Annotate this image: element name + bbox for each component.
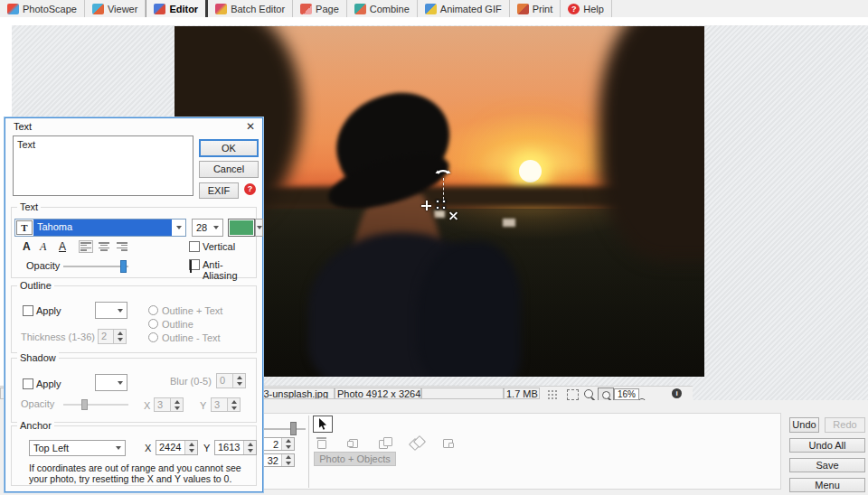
align-center-button[interactable] — [97, 240, 111, 253]
shadow-opacity-slider-handle[interactable] — [81, 399, 88, 410]
vertical-checkbox[interactable] — [189, 241, 200, 252]
duplicate-object-tool-icon[interactable] — [379, 437, 391, 448]
anchor-y-spinner[interactable]: 1613 — [214, 440, 257, 455]
outline-group: Outline Apply Outline + Text Outline Out… — [11, 285, 257, 353]
undo-button[interactable]: Undo — [789, 417, 819, 433]
align-right-button[interactable] — [115, 240, 129, 253]
outline-minus-text-radio[interactable] — [148, 332, 158, 342]
tab-label: Viewer — [108, 4, 137, 14]
font-color-dropdown-icon[interactable] — [255, 219, 263, 237]
bold-button[interactable]: A — [23, 240, 31, 253]
close-icon[interactable]: ✕ — [246, 120, 255, 133]
spin-down-icon[interactable] — [282, 461, 294, 467]
spin-up-icon[interactable] — [244, 441, 256, 448]
align-left-button[interactable] — [79, 240, 93, 253]
hidden-slider-handle[interactable] — [290, 422, 297, 435]
radio-label: Outline — [162, 319, 193, 330]
save-button[interactable]: Save — [789, 458, 865, 472]
shadow-x-spinner[interactable]: 3 — [154, 397, 184, 412]
outline-apply-checkbox[interactable] — [23, 305, 33, 316]
antialiasing-checkbox[interactable] — [189, 259, 200, 270]
spin-up-icon[interactable] — [171, 398, 183, 405]
font-icon: T — [16, 220, 33, 235]
anchor-position-dropdown[interactable]: Top Left — [29, 440, 126, 456]
delete-object-tool-icon[interactable] — [316, 437, 327, 448]
tab-photoscape[interactable]: PhotoScape — [0, 0, 85, 17]
anchor-x-spinner[interactable]: 2424 — [156, 440, 198, 455]
font-size-dropdown[interactable]: 28 — [192, 219, 223, 237]
tab-animated-gif[interactable]: Animated GIF — [418, 0, 510, 17]
flatten-object-tool-icon[interactable] — [441, 437, 453, 448]
tab-viewer[interactable]: Viewer — [85, 0, 146, 17]
paste-object-tool-icon[interactable] — [347, 437, 359, 448]
tab-label: Page — [316, 4, 339, 14]
spin-up-icon[interactable] — [185, 441, 197, 448]
tab-editor[interactable]: Editor — [146, 0, 208, 17]
spin-up-icon[interactable] — [114, 330, 126, 337]
spin-up-icon[interactable] — [228, 398, 240, 405]
redo-button[interactable]: Redo — [825, 417, 865, 433]
anchor-y-label: Y — [203, 443, 210, 453]
transparency-pattern-icon[interactable] — [547, 389, 558, 400]
opacity-slider[interactable] — [63, 266, 128, 267]
select-tool-button[interactable] — [313, 416, 333, 433]
spin-up-icon[interactable] — [233, 374, 245, 381]
outline-plus-text-radio[interactable] — [148, 305, 158, 315]
underline-button[interactable]: A — [59, 240, 66, 253]
group-objects-tool-icon[interactable] — [410, 437, 422, 448]
text-dialog: Text ✕ Text OK Cancel EXIF ? Text T Taho… — [5, 117, 263, 492]
spin-down-icon[interactable] — [228, 405, 240, 411]
group-label: Outline — [17, 280, 54, 291]
text-input[interactable]: Text — [13, 135, 193, 196]
menu-button[interactable]: Menu — [789, 478, 865, 492]
outline-color-dropdown[interactable] — [95, 302, 127, 319]
undo-all-button[interactable]: Undo All — [789, 438, 865, 453]
spin-down-icon[interactable] — [171, 405, 183, 411]
blur-spinner[interactable]: 0 — [216, 373, 246, 388]
cancel-button[interactable]: Cancel — [199, 161, 259, 178]
vertical-label: Vertical — [203, 241, 235, 252]
spin-down-icon[interactable] — [244, 448, 256, 455]
opacity-label: Opacity — [26, 260, 60, 271]
spinner-value: 3 — [155, 398, 170, 411]
shadow-y-spinner[interactable]: 3 — [211, 397, 241, 412]
info-icon[interactable]: i — [672, 388, 682, 398]
tab-help[interactable]: ?Help — [561, 0, 612, 17]
shadow-apply-checkbox[interactable] — [23, 378, 33, 389]
font-family-dropdown[interactable]: T Tahoma — [14, 219, 186, 237]
photo-objects-button[interactable]: Photo + Objects — [314, 452, 396, 466]
opacity-slider-handle[interactable] — [120, 260, 127, 273]
ok-button[interactable]: OK — [199, 139, 259, 157]
tab-batch-editor[interactable]: Batch Editor — [208, 0, 293, 17]
actual-size-icon[interactable] — [584, 389, 593, 398]
spin-down-icon[interactable] — [282, 444, 294, 451]
font-color-swatch[interactable] — [228, 219, 255, 237]
photo-house — [434, 210, 445, 218]
help-icon[interactable]: ? — [244, 183, 256, 195]
anchor-value: Top Left — [30, 443, 111, 453]
anchor-note-line2: your photo, try resetting the X and Y va… — [29, 473, 231, 484]
chevron-down-icon — [111, 446, 125, 450]
shadow-color-dropdown[interactable] — [95, 374, 127, 391]
chevron-down-icon — [113, 381, 127, 385]
shadow-opacity-slider[interactable] — [63, 404, 128, 406]
tab-label: Animated GIF — [440, 4, 502, 14]
tab-combine[interactable]: Combine — [347, 0, 418, 17]
status-empty-segment — [421, 388, 504, 399]
fit-screen-icon[interactable] — [567, 389, 579, 400]
exif-button[interactable]: EXIF — [199, 182, 239, 199]
add-position-icon[interactable] — [421, 201, 431, 210]
outline-radio[interactable] — [148, 319, 158, 329]
tab-print[interactable]: Print — [510, 0, 561, 17]
spin-down-icon[interactable] — [233, 381, 245, 388]
delete-object-icon[interactable] — [448, 210, 458, 220]
spin-down-icon[interactable] — [114, 337, 126, 344]
spin-down-icon[interactable] — [185, 448, 197, 455]
tab-page[interactable]: Page — [293, 0, 347, 17]
cursor-arrow-icon — [318, 418, 328, 430]
move-handle-icon[interactable] — [436, 200, 446, 210]
status-photo-size: Photo 4912 x 3264 — [335, 388, 421, 399]
italic-button[interactable]: A — [40, 240, 46, 253]
thickness-spinner[interactable]: 2 — [98, 329, 127, 344]
rotate-handle-icon[interactable] — [435, 163, 451, 178]
